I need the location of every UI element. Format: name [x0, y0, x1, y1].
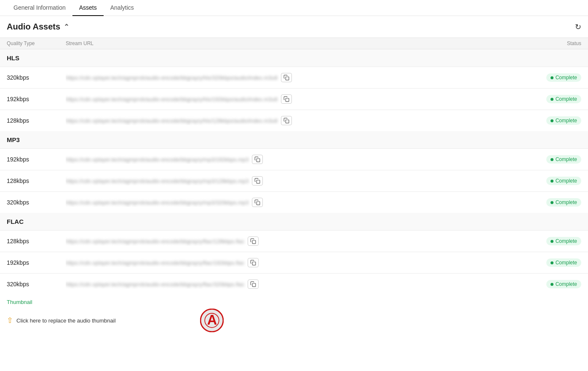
- url-cell: https://cdn.vplayer.tech/agmprvb/audio-e…: [66, 176, 531, 186]
- table-header: Quality Type Stream URL Status: [0, 38, 588, 49]
- table-row: 128kbpshttps://cdn.vplayer.tech/agmprvb/…: [0, 110, 588, 131]
- thumbnail-content: ⇧ Click here to replace the audio thumbn…: [7, 309, 581, 332]
- copy-url-button[interactable]: [281, 116, 292, 125]
- collapse-chevron-icon[interactable]: ⌃: [64, 23, 69, 31]
- copy-url-button[interactable]: [281, 73, 292, 82]
- url-cell: https://cdn.vplayer.tech/agmprvb/audio-e…: [66, 198, 531, 207]
- status-cell: Complete: [531, 116, 581, 125]
- status-text: Complete: [556, 238, 577, 244]
- thumbnail-label: Thumbnail: [7, 299, 581, 305]
- table-row: 320kbpshttps://cdn.vplayer.tech/agmprvb/…: [0, 274, 588, 295]
- group-mp3: MP3192kbpshttps://cdn.vplayer.tech/agmpr…: [0, 131, 588, 213]
- audio-assets-title: Audio Assets: [7, 22, 60, 32]
- svg-rect-8: [252, 283, 256, 287]
- url-cell: https://cdn.vplayer.tech/agmprvb/audio-e…: [66, 258, 531, 267]
- group-label-flac: FLAC: [0, 213, 588, 231]
- group-label-hls: HLS: [0, 49, 588, 67]
- stream-url-text: https://cdn.vplayer.tech/agmprvb/audio-e…: [66, 178, 249, 184]
- status-badge: Complete: [546, 177, 581, 185]
- table-row: 192kbpshttps://cdn.vplayer.tech/agmprvb/…: [0, 252, 588, 274]
- svg-rect-1: [286, 98, 289, 102]
- quality-value: 192kbps: [7, 259, 66, 266]
- stream-url-text: https://cdn.vplayer.tech/agmprvb/audio-e…: [66, 260, 244, 266]
- stream-url-text: https://cdn.vplayer.tech/agmprvb/audio-e…: [66, 281, 244, 288]
- quality-value: 128kbps: [7, 177, 66, 184]
- status-cell: Complete: [531, 73, 581, 82]
- col-quality-type: Quality Type: [7, 40, 66, 46]
- copy-url-button[interactable]: [281, 94, 292, 104]
- url-cell: https://cdn.vplayer.tech/agmprvb/audio-e…: [66, 116, 531, 125]
- copy-url-button[interactable]: [252, 155, 263, 164]
- status-dot-icon: [551, 76, 553, 79]
- table-row: 192kbpshttps://cdn.vplayer.tech/agmprvb/…: [0, 89, 588, 110]
- status-text: Complete: [556, 178, 577, 184]
- status-cell: Complete: [531, 177, 581, 185]
- asset-groups: HLS320kbpshttps://cdn.vplayer.tech/agmpr…: [0, 49, 588, 295]
- status-text: Complete: [556, 281, 577, 287]
- status-badge: Complete: [546, 116, 581, 125]
- url-cell: https://cdn.vplayer.tech/agmprvb/audio-e…: [66, 155, 531, 164]
- svg-rect-7: [252, 262, 256, 265]
- stream-url-text: https://cdn.vplayer.tech/agmprvb/audio-e…: [66, 238, 244, 245]
- section-title-group: Audio Assets ⌃: [7, 22, 69, 32]
- status-cell: Complete: [531, 198, 581, 207]
- quality-value: 320kbps: [7, 199, 66, 206]
- copy-url-button[interactable]: [248, 280, 259, 289]
- status-text: Complete: [556, 260, 577, 266]
- status-badge: Complete: [546, 198, 581, 207]
- stream-url-text: https://cdn.vplayer.tech/agmprvb/audio-e…: [66, 156, 249, 163]
- status-dot-icon: [551, 158, 553, 161]
- upload-text: Click here to replace the audio thumbnai…: [16, 317, 116, 324]
- quality-value: 320kbps: [7, 74, 66, 81]
- status-text: Complete: [556, 118, 577, 124]
- group-hls: HLS320kbpshttps://cdn.vplayer.tech/agmpr…: [0, 49, 588, 131]
- status-dot-icon: [551, 119, 553, 122]
- quality-value: 128kbps: [7, 238, 66, 245]
- quality-value: 128kbps: [7, 117, 66, 124]
- url-cell: https://cdn.vplayer.tech/agmprvb/audio-e…: [66, 94, 531, 104]
- tab-assets[interactable]: Assets: [72, 0, 104, 16]
- table-row: 192kbpshttps://cdn.vplayer.tech/agmprvb/…: [0, 149, 588, 170]
- stream-url-text: https://cdn.vplayer.tech/agmprvb/audio-e…: [66, 75, 278, 81]
- status-cell: Complete: [531, 95, 581, 103]
- upload-icon: ⇧: [7, 316, 13, 325]
- copy-url-button[interactable]: [252, 176, 263, 186]
- table-row: 128kbpshttps://cdn.vplayer.tech/agmprvb/…: [0, 170, 588, 192]
- group-label-mp3: MP3: [0, 131, 588, 149]
- status-badge: Complete: [546, 237, 581, 245]
- refresh-button[interactable]: ↻: [575, 22, 581, 32]
- status-text: Complete: [556, 96, 577, 102]
- svg-rect-5: [257, 202, 260, 205]
- status-cell: Complete: [531, 237, 581, 245]
- audio-assets-header: Audio Assets ⌃ ↻: [0, 16, 588, 38]
- svg-rect-2: [286, 120, 289, 123]
- quality-value: 320kbps: [7, 281, 66, 288]
- url-cell: https://cdn.vplayer.tech/agmprvb/audio-e…: [66, 280, 531, 289]
- avengers-logo: A: [200, 309, 224, 332]
- table-row: 320kbpshttps://cdn.vplayer.tech/agmprvb/…: [0, 192, 588, 213]
- status-dot-icon: [551, 98, 553, 101]
- tab-general-information[interactable]: General Information: [7, 0, 72, 16]
- status-cell: Complete: [531, 258, 581, 267]
- thumbnail-upload-area[interactable]: ⇧ Click here to replace the audio thumbn…: [7, 316, 116, 325]
- status-dot-icon: [551, 180, 553, 183]
- quality-value: 192kbps: [7, 156, 66, 163]
- tab-bar: General Information Assets Analytics: [0, 0, 588, 16]
- status-text: Complete: [556, 75, 577, 81]
- status-dot-icon: [551, 240, 553, 243]
- status-text: Complete: [556, 156, 577, 162]
- url-cell: https://cdn.vplayer.tech/agmprvb/audio-e…: [66, 73, 531, 82]
- col-stream-url: Stream URL: [66, 40, 531, 46]
- status-dot-icon: [551, 201, 553, 204]
- svg-rect-0: [286, 77, 289, 80]
- stream-url-text: https://cdn.vplayer.tech/agmprvb/audio-e…: [66, 96, 278, 102]
- copy-url-button[interactable]: [248, 237, 259, 246]
- copy-url-button[interactable]: [252, 198, 263, 207]
- table-row: 320kbpshttps://cdn.vplayer.tech/agmprvb/…: [0, 67, 588, 89]
- copy-url-button[interactable]: [248, 258, 259, 267]
- status-badge: Complete: [546, 95, 581, 103]
- stream-url-text: https://cdn.vplayer.tech/agmprvb/audio-e…: [66, 118, 278, 124]
- table-row: 128kbpshttps://cdn.vplayer.tech/agmprvb/…: [0, 231, 588, 252]
- tab-analytics[interactable]: Analytics: [104, 0, 141, 16]
- svg-rect-6: [252, 240, 256, 244]
